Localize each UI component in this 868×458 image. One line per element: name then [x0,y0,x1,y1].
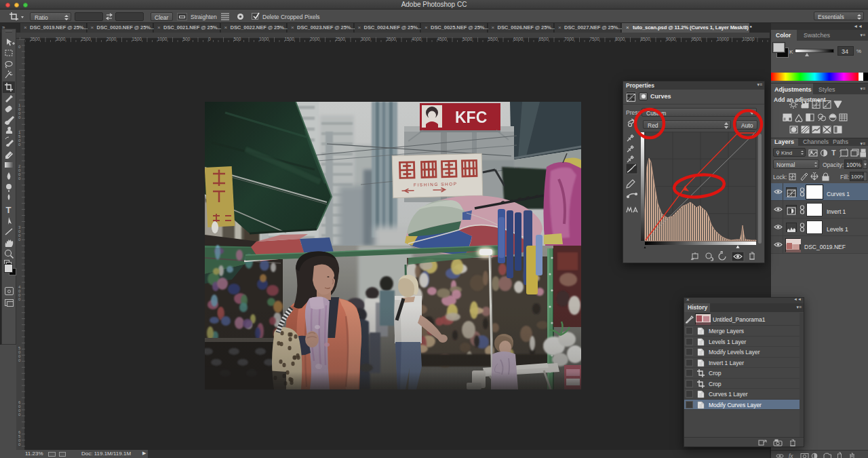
svg-text:2500: 2500 [81,37,92,41]
svg-text:10000: 10000 [717,37,729,41]
svg-text:0: 0 [18,442,21,446]
svg-text:2500: 2500 [336,37,346,41]
svg-text:0: 0 [18,297,21,301]
svg-text:0: 0 [18,358,21,362]
svg-text:0: 0 [18,115,21,119]
svg-text:10500: 10500 [743,37,755,41]
svg-text:500: 500 [183,37,191,41]
svg-text:1000: 1000 [259,37,269,41]
svg-text:fx: fx [789,453,793,458]
svg-text:6000: 6000 [513,37,524,41]
svg-text:4000: 4000 [412,37,422,41]
svg-text:3500: 3500 [387,37,397,41]
svg-text:4500: 4500 [437,37,448,41]
svg-text:1500: 1500 [132,37,142,41]
svg-text:T: T [831,149,836,157]
svg-text:1500: 1500 [285,37,295,41]
svg-text:0: 0 [208,37,211,41]
svg-text:9000: 9000 [666,37,676,41]
svg-text:T: T [6,205,12,215]
svg-text:8000: 8000 [615,37,625,41]
svg-text:5000: 5000 [462,37,473,41]
svg-text:7000: 7000 [564,37,574,41]
svg-text:0: 0 [18,413,21,417]
svg-text:1000: 1000 [157,37,167,41]
svg-text:5500: 5500 [488,37,498,41]
svg-text:0: 0 [18,142,21,147]
svg-text:2000: 2000 [310,37,320,41]
svg-text:6500: 6500 [539,37,549,41]
svg-text:3000: 3000 [361,37,371,41]
svg-text:2000: 2000 [106,37,117,41]
svg-text:7500: 7500 [590,37,600,41]
svg-text:500: 500 [234,37,241,41]
svg-text:3000: 3000 [56,37,66,41]
svg-text:0: 0 [18,237,21,242]
svg-text:8500: 8500 [641,37,651,41]
svg-text:0: 0 [18,176,21,180]
svg-text:0: 0 [18,45,21,49]
svg-text:3500: 3500 [31,37,41,41]
svg-text:9500: 9500 [692,37,702,41]
